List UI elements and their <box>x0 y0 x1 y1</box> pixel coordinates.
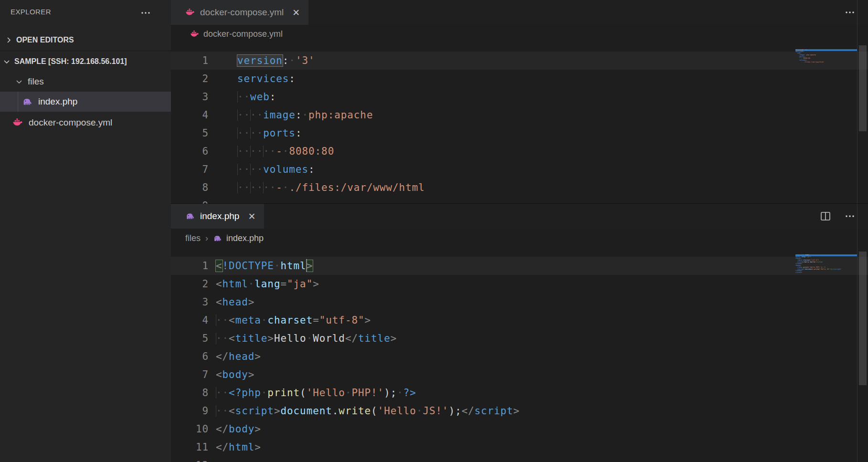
code-line[interactable]: 7<body> <box>171 366 868 384</box>
chevron-down-icon <box>3 58 11 65</box>
code-line[interactable]: 2services: <box>171 70 868 88</box>
sidebar-item-docker-compose[interactable]: docker-compose.yml <box>0 113 171 133</box>
line-number: 5 <box>171 329 209 347</box>
tab-docker-compose[interactable]: docker-compose.yml ✕ <box>171 0 308 25</box>
breadcrumb-file[interactable]: docker-compose.yml <box>203 29 283 39</box>
index-php-label: index.php <box>38 96 77 107</box>
line-number: 8 <box>171 384 209 402</box>
docker-icon <box>12 117 23 128</box>
files-folder-label: files <box>28 76 44 87</box>
chevron-right-icon: › <box>205 233 208 243</box>
code-line[interactable]: 5····ports: <box>171 124 868 142</box>
line-number: 3 <box>171 88 209 106</box>
code-line[interactable]: 10</body> <box>171 420 868 438</box>
tab-label: docker-compose.yml <box>200 7 284 18</box>
code-editor-index-php[interactable]: 1<!DOCTYPE·html>2<html·lang="ja">3<head>… <box>171 248 868 462</box>
line-number: 6 <box>171 347 209 366</box>
code-line[interactable]: 4··<meta·charset="utf-8"> <box>171 311 868 329</box>
tab-bar-top: docker-compose.yml ✕ <box>171 0 868 25</box>
vertical-scrollbar[interactable] <box>859 45 867 131</box>
editor-more-actions-icon[interactable] <box>844 7 856 18</box>
code-line[interactable]: 1<!DOCTYPE·html> <box>171 257 868 275</box>
explorer-header: EXPLORER <box>0 0 171 25</box>
explorer-title: EXPLORER <box>11 8 51 16</box>
line-number: 1 <box>171 52 209 70</box>
code-line[interactable]: 9 <box>171 197 868 204</box>
docker-icon <box>185 8 195 17</box>
docker-compose-label: docker-compose.yml <box>29 117 112 128</box>
php-icon <box>185 211 195 221</box>
sidebar-section-open-editors[interactable]: OPEN EDITORS <box>0 30 171 51</box>
code-line[interactable]: 12 <box>171 456 868 462</box>
line-number: 5 <box>171 124 209 142</box>
line-number: 2 <box>171 70 209 88</box>
line-number: 7 <box>171 366 209 384</box>
php-icon <box>22 96 32 107</box>
sidebar-section-workspace[interactable]: SAMPLE [SSH: 192.168.56.101] <box>0 51 171 72</box>
line-number: 4 <box>171 106 209 124</box>
line-number: 2 <box>171 275 209 293</box>
line-number: 8 <box>171 178 209 197</box>
explorer-more-actions-icon[interactable] <box>140 8 151 18</box>
tree-indent-guide <box>18 92 18 112</box>
docker-icon <box>190 30 199 39</box>
tab-label: index.php <box>200 211 239 221</box>
line-number: 9 <box>171 402 209 420</box>
code-line[interactable]: 8······-·./files:/var/www/html <box>171 178 868 197</box>
minimap-border <box>857 0 857 204</box>
line-number: 1 <box>171 257 209 275</box>
sidebar-item-files-folder[interactable]: files <box>0 72 171 92</box>
line-number: 9 <box>171 197 209 204</box>
line-number: 10 <box>171 420 209 438</box>
line-number: 12 <box>171 456 209 462</box>
chevron-right-icon <box>5 36 12 44</box>
php-icon <box>213 234 222 243</box>
code-line[interactable]: 6</head> <box>171 347 868 366</box>
line-number: 11 <box>171 438 209 456</box>
code-line[interactable]: 4····image:·php:apache <box>171 106 868 124</box>
code-line[interactable]: 3<head> <box>171 293 868 311</box>
breadcrumb[interactable]: files › index.php <box>171 229 868 248</box>
chevron-down-icon <box>15 78 23 85</box>
open-editors-label: OPEN EDITORS <box>16 36 74 44</box>
minimap[interactable]: <!DOCTYPE html><html lang="ja"><head> <m… <box>795 254 857 275</box>
close-icon[interactable]: ✕ <box>248 212 255 221</box>
explorer-sidebar: EXPLORER OPEN EDITORS SAMPLE [SSH: 192.1… <box>0 0 171 462</box>
code-editor-docker-compose[interactable]: 1version:·'3'2services:3··web:4····image… <box>171 43 868 204</box>
code-line[interactable]: 5··<title>Hello·World</title> <box>171 329 868 347</box>
sidebar-item-index-php[interactable]: index.php <box>0 92 171 112</box>
code-line[interactable]: 11</html> <box>171 438 868 456</box>
breadcrumb[interactable]: docker-compose.yml <box>171 25 868 43</box>
code-line[interactable]: 1version:·'3' <box>171 52 868 70</box>
breadcrumb-file[interactable]: index.php <box>226 233 264 243</box>
code-line[interactable]: 7····volumes: <box>171 160 868 178</box>
line-number: 4 <box>171 311 209 329</box>
minimap-border <box>857 204 857 462</box>
line-number: 7 <box>171 160 209 178</box>
line-number: 6 <box>171 142 209 160</box>
vertical-scrollbar[interactable] <box>859 252 867 385</box>
code-line[interactable]: 8··<?php·print('Hello·PHP!');·?> <box>171 384 868 402</box>
code-line[interactable]: 9··<script>document.write('Hello·JS!');<… <box>171 402 868 420</box>
editor-more-actions-icon[interactable] <box>844 210 856 222</box>
code-line[interactable]: 6······-·8080:80 <box>171 142 868 160</box>
editor-group-top: docker-compose.yml ✕ docker-compose.yml … <box>171 0 868 204</box>
workspace-label: SAMPLE [SSH: 192.168.56.101] <box>14 57 127 66</box>
close-icon[interactable]: ✕ <box>292 8 300 17</box>
line-number: 3 <box>171 293 209 311</box>
editor-group-bottom: index.php ✕ files › index.php 1<!DOCTYPE… <box>171 204 868 462</box>
tab-bar-bottom: index.php ✕ <box>171 204 868 229</box>
minimap[interactable]: version: '3'services: web: image: php:ap… <box>795 49 857 65</box>
breadcrumb-folder[interactable]: files <box>185 233 201 243</box>
split-editor-icon[interactable] <box>819 210 832 222</box>
tab-index-php[interactable]: index.php ✕ <box>171 204 264 229</box>
code-line[interactable]: 2<html·lang="ja"> <box>171 275 868 293</box>
code-line[interactable]: 3··web: <box>171 88 868 106</box>
